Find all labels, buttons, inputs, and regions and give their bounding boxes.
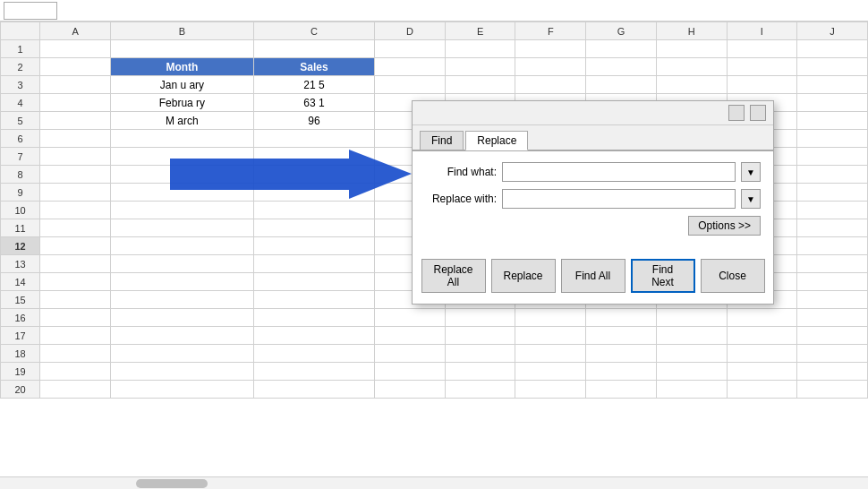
cell-b12[interactable]	[110, 237, 253, 255]
cell-a8[interactable]	[40, 166, 111, 184]
cell-d1[interactable]	[375, 40, 446, 58]
cell-c11[interactable]	[253, 219, 374, 237]
replace-dropdown-icon[interactable]: ▼	[741, 189, 761, 209]
cell-h18[interactable]	[656, 345, 727, 363]
cell-c6[interactable]	[253, 130, 374, 148]
find-all-button[interactable]: Find All	[561, 259, 625, 293]
cell-c15[interactable]	[253, 291, 374, 309]
cell-b13[interactable]	[110, 255, 253, 273]
cell-f19[interactable]	[515, 363, 586, 381]
cell-c20[interactable]	[253, 381, 374, 399]
cell-a1[interactable]	[40, 40, 111, 58]
cell-f20[interactable]	[515, 381, 586, 399]
cell-g1[interactable]	[586, 40, 657, 58]
cell-i19[interactable]	[727, 363, 797, 381]
cell-j16[interactable]	[797, 309, 868, 327]
cell-c13[interactable]	[253, 255, 374, 273]
cell-j20[interactable]	[797, 381, 868, 399]
cell-d19[interactable]	[375, 363, 446, 381]
cell-j18[interactable]	[797, 345, 868, 363]
cell-c7[interactable]	[253, 148, 374, 166]
cell-b19[interactable]	[110, 363, 253, 381]
cell-a14[interactable]	[40, 273, 111, 291]
cell-b20[interactable]	[110, 381, 253, 399]
cell-h17[interactable]	[656, 327, 727, 345]
cell-b10[interactable]	[110, 202, 253, 219]
cell-i17[interactable]	[727, 327, 797, 345]
cell-e1[interactable]	[445, 40, 515, 58]
close-button[interactable]: Close	[701, 259, 765, 293]
cell-b14[interactable]	[110, 273, 253, 291]
cell-d20[interactable]	[375, 381, 446, 399]
cell-c16[interactable]	[253, 309, 374, 327]
cell-c4[interactable]: 63 1	[253, 94, 374, 112]
options-button[interactable]: Options >>	[688, 216, 761, 236]
cell-e2[interactable]	[445, 58, 515, 76]
cell-b17[interactable]	[110, 327, 253, 345]
cell-d2[interactable]	[375, 58, 446, 76]
cell-a9[interactable]	[40, 184, 111, 202]
cell-a16[interactable]	[40, 309, 111, 327]
cell-g3[interactable]	[586, 76, 657, 94]
cell-j7[interactable]	[797, 148, 868, 166]
cell-c18[interactable]	[253, 345, 374, 363]
find-next-button[interactable]: Find Next	[631, 259, 695, 293]
cell-e18[interactable]	[445, 345, 515, 363]
cell-c2[interactable]: Sales	[253, 58, 374, 76]
cell-d18[interactable]	[375, 345, 446, 363]
cell-j19[interactable]	[797, 363, 868, 381]
cell-h16[interactable]	[656, 309, 727, 327]
cell-j4[interactable]	[797, 94, 868, 112]
cell-f3[interactable]	[515, 76, 586, 94]
cell-a10[interactable]	[40, 202, 111, 219]
cell-c3[interactable]: 21 5	[253, 76, 374, 94]
cell-j14[interactable]	[797, 273, 868, 291]
cell-c10[interactable]	[253, 202, 374, 219]
cell-j12[interactable]	[797, 237, 868, 255]
cell-h19[interactable]	[656, 363, 727, 381]
cell-j1[interactable]	[797, 40, 868, 58]
cell-g20[interactable]	[586, 381, 657, 399]
cell-h20[interactable]	[656, 381, 727, 399]
cell-a3[interactable]	[40, 76, 111, 94]
replace-button[interactable]: Replace	[491, 259, 556, 293]
cell-b2[interactable]: Month	[110, 58, 253, 76]
cell-e17[interactable]	[445, 327, 515, 345]
cell-b3[interactable]: Jan u ary	[110, 76, 253, 94]
cell-j9[interactable]	[797, 184, 868, 202]
cell-i16[interactable]	[727, 309, 797, 327]
cell-j2[interactable]	[797, 58, 868, 76]
cell-a18[interactable]	[40, 345, 111, 363]
cell-h2[interactable]	[656, 58, 727, 76]
cell-i2[interactable]	[727, 58, 797, 76]
cell-d16[interactable]	[375, 309, 446, 327]
cell-c8[interactable]	[253, 166, 374, 184]
cell-c17[interactable]	[253, 327, 374, 345]
cell-a5[interactable]	[40, 112, 111, 130]
cell-g16[interactable]	[586, 309, 657, 327]
cell-f2[interactable]	[515, 58, 586, 76]
tab-find[interactable]: Find	[420, 131, 464, 150]
cell-j11[interactable]	[797, 219, 868, 237]
cell-a6[interactable]	[40, 130, 111, 148]
cell-h3[interactable]	[656, 76, 727, 94]
cell-e20[interactable]	[445, 381, 515, 399]
tab-replace[interactable]: Replace	[465, 131, 528, 150]
cell-j13[interactable]	[797, 255, 868, 273]
cell-j8[interactable]	[797, 166, 868, 184]
cell-b1[interactable]	[110, 40, 253, 58]
cell-a2[interactable]	[40, 58, 111, 76]
cell-a19[interactable]	[40, 363, 111, 381]
cell-j5[interactable]	[797, 112, 868, 130]
cell-c5[interactable]: 96	[253, 112, 374, 130]
cell-h1[interactable]	[656, 40, 727, 58]
cell-a11[interactable]	[40, 219, 111, 237]
cell-g19[interactable]	[586, 363, 657, 381]
cell-a17[interactable]	[40, 327, 111, 345]
find-input[interactable]	[502, 162, 736, 182]
cell-b9[interactable]	[110, 184, 253, 202]
replace-all-button[interactable]: Replace All	[421, 259, 486, 293]
cell-c12[interactable]	[253, 237, 374, 255]
cell-b18[interactable]	[110, 345, 253, 363]
help-button[interactable]	[728, 105, 745, 121]
